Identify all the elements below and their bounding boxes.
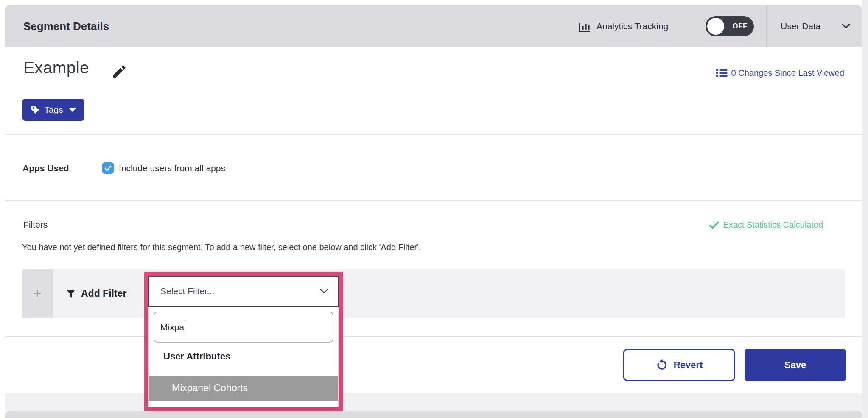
- filters-heading: Filters: [23, 220, 48, 230]
- segment-details-card: Segment Details Analytics Tracking OFF U…: [5, 5, 862, 393]
- undo-icon: [656, 359, 668, 371]
- annotation-highlight-box: Select Filter... Mixpa User Attributes M…: [144, 272, 343, 411]
- user-data-menu[interactable]: User Data: [781, 5, 821, 47]
- scrollbar-gutter[interactable]: [862, 0, 868, 418]
- section-divider: [5, 134, 862, 135]
- dropdown-option-label: Mixpanel Cohorts: [172, 376, 248, 401]
- exact-statistics-label: Exact Statistics Calculated: [723, 220, 823, 230]
- caret-down-icon: [69, 108, 76, 112]
- filter-select-control[interactable]: Select Filter...: [148, 276, 339, 307]
- segment-name: Example: [23, 59, 89, 77]
- chevron-down-icon[interactable]: [842, 23, 850, 29]
- checkmark-icon: [104, 165, 112, 171]
- revert-button[interactable]: Revert: [623, 349, 735, 381]
- save-button-label: Save: [784, 359, 806, 371]
- filter-select-value: Select Filter...: [160, 277, 214, 306]
- add-filter-label: Add Filter: [81, 288, 126, 299]
- include-all-apps-checkbox[interactable]: [102, 162, 114, 174]
- section-divider: [5, 200, 862, 201]
- filter-funnel-icon: [66, 289, 76, 299]
- check-icon: [709, 221, 719, 229]
- revert-button-label: Revert: [674, 359, 703, 371]
- changes-link-label: 0 Changes Since Last Viewed: [731, 68, 844, 78]
- page-background-band: [5, 393, 862, 411]
- tags-button[interactable]: Tags: [22, 99, 84, 121]
- save-button[interactable]: Save: [745, 349, 846, 381]
- filter-search-input[interactable]: Mixpa: [154, 312, 333, 343]
- apps-used-heading: Apps Used: [22, 162, 69, 174]
- analytics-tracking-toggle[interactable]: OFF: [706, 16, 754, 36]
- chevron-down-icon[interactable]: [320, 288, 328, 294]
- toggle-knob[interactable]: [707, 18, 724, 35]
- page-title: Segment Details: [23, 5, 109, 47]
- toggle-state-label: OFF: [733, 16, 748, 36]
- dropdown-group-label: User Attributes: [163, 351, 230, 362]
- tag-icon: [31, 105, 40, 114]
- section-divider: [5, 336, 862, 337]
- text-cursor: [185, 321, 185, 334]
- bar-chart-icon: [578, 20, 591, 33]
- dropdown-option-mixpanel-cohorts[interactable]: Mixpanel Cohorts: [149, 376, 338, 401]
- filter-dropdown-panel: Mixpa User Attributes Mixpanel Cohorts: [148, 307, 339, 407]
- tags-button-label: Tags: [44, 105, 63, 115]
- next-section-header-strip: [5, 411, 862, 418]
- changes-since-last-viewed-link[interactable]: 0 Changes Since Last Viewed: [716, 68, 844, 78]
- segment-details-page: Segment Details Analytics Tracking OFF U…: [0, 0, 868, 418]
- filter-search-value: Mixpa: [160, 322, 184, 332]
- exact-statistics-status: Exact Statistics Calculated: [709, 220, 823, 230]
- card-header: Segment Details Analytics Tracking OFF U…: [5, 5, 862, 47]
- change-list-icon: [716, 68, 728, 78]
- filters-description: You have not yet defined filters for thi…: [22, 242, 421, 252]
- edit-pencil-icon[interactable]: [111, 64, 127, 80]
- add-filter-plus-button[interactable]: +: [22, 269, 53, 318]
- header-divider: [766, 5, 767, 47]
- analytics-tracking-label: Analytics Tracking: [596, 5, 668, 47]
- include-all-apps-label[interactable]: Include users from all apps: [119, 162, 225, 174]
- add-filter-group: Add Filter: [66, 269, 126, 318]
